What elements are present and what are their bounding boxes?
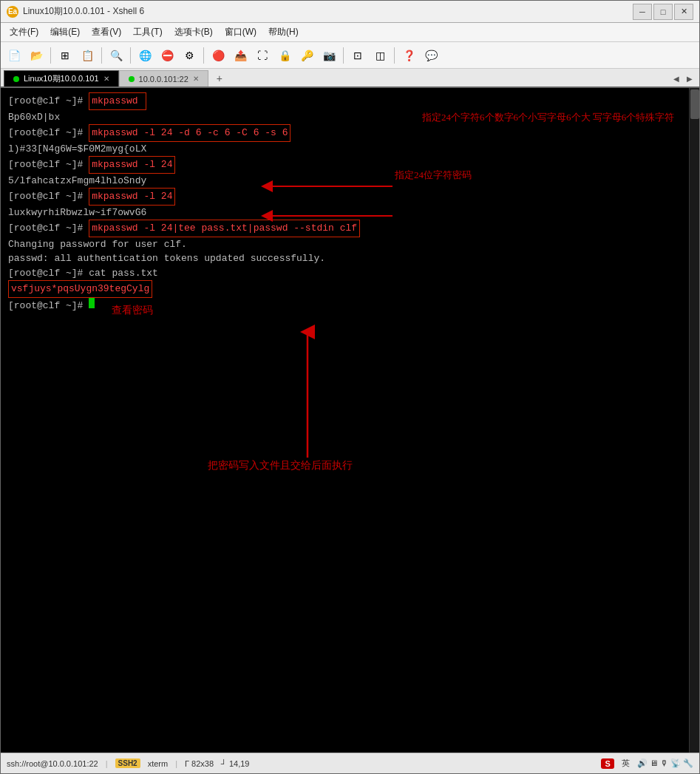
terminal-scrollbar[interactable]	[689, 88, 699, 753]
app-icon: Ea	[7, 6, 18, 18]
window-controls: ─ □ ✕	[633, 4, 693, 20]
settings-button[interactable]: ⚙	[179, 45, 200, 66]
tab-close-1[interactable]: ✕	[103, 75, 109, 83]
screenshot-button[interactable]: 📷	[319, 45, 339, 66]
tab-add-button[interactable]: +	[211, 70, 228, 86]
terminal-line-8: luxkwyrhiRbwzlw~if7owvG6	[8, 206, 682, 220]
terminal-line-2: Bp60xD|bx	[8, 110, 682, 125]
menu-window[interactable]: 窗口(W)	[219, 24, 262, 40]
open-button[interactable]: 📂	[26, 45, 47, 66]
status-lang: 英	[622, 758, 630, 769]
terminal-line-9: [root@clf ~]# mkpasswd -l 24|tee pass.tx…	[8, 220, 682, 237]
status-icons: 🔊 🖥 🎙 📡 🔧	[637, 758, 693, 768]
terminal-line-5: [root@clf ~]# mkpasswd -l 24	[8, 156, 682, 174]
terminal-wrapper: [root@clf ~]# mkpasswd Bp60xD|bx [root@c…	[1, 88, 699, 753]
chat-button[interactable]: 💬	[421, 45, 441, 66]
terminal-line-6: 5/lfahcatzxFmgm4lhloSndy	[8, 174, 682, 189]
paste-button[interactable]: 📋	[77, 45, 98, 66]
help-button[interactable]: ❓	[398, 45, 419, 66]
toolbar-sep-3	[130, 47, 131, 64]
toolbar-sep-2	[101, 47, 102, 64]
menu-view[interactable]: 查看(V)	[86, 24, 127, 40]
terminal-line-1: [root@clf ~]# mkpasswd	[8, 92, 682, 110]
terminal-line-11: passwd: all authentication tokens update…	[8, 251, 682, 266]
menu-tab[interactable]: 选项卡(B)	[169, 24, 219, 40]
status-xterm: xterm	[148, 759, 169, 768]
find-button[interactable]: 🔍	[106, 45, 126, 66]
toolbar: 📄 📂 ⊞ 📋 🔍 🌐 ⛔ ⚙ 🔴 📤 ⛶ 🔒 🔑 📷 ⊡ ◫ ❓ 💬	[1, 42, 699, 69]
terminal-line-4: l)#33[N4g6W=$F0M2myg{oLX	[8, 142, 682, 157]
terminal-line-14: [root@clf ~]#	[8, 298, 682, 313]
status-sep-2: |	[175, 759, 177, 768]
terminal-line-7: [root@clf ~]# mkpasswd -l 24	[8, 188, 682, 206]
transfer-button[interactable]: 🔴	[208, 45, 228, 66]
terminal-line-3: [root@clf ~]# mkpasswd -l 24 -d 6 -c 6 -…	[8, 124, 682, 142]
menu-file[interactable]: 文件(F)	[4, 24, 44, 40]
tab-bar: Linux10期10.0.0.101 ✕ 10.0.0.101:22 ✕ + ◀…	[1, 69, 699, 88]
status-bar: ssh://root@10.0.0.101:22 | SSH2 xterm | …	[1, 753, 699, 773]
minimize-button[interactable]: ─	[633, 4, 652, 20]
terminal-line-13: vsfjuys*pqsUygn39tegCylg	[8, 280, 682, 298]
main-window: Ea Linux10期10.0.0.101 - Xshell 6 ─ □ ✕ 文…	[0, 0, 700, 774]
tab-indicator-1	[13, 76, 19, 82]
window-title: Linux10期10.0.0.101 - Xshell 6	[23, 5, 633, 18]
menu-tools[interactable]: 工具(T)	[127, 24, 168, 40]
connect-button[interactable]: 🌐	[135, 45, 155, 66]
title-bar: Ea Linux10期10.0.0.101 - Xshell 6 ─ □ ✕	[1, 1, 699, 23]
tab-label-1: Linux10期10.0.0.101	[24, 73, 99, 84]
tab-close-2[interactable]: ✕	[193, 75, 199, 83]
terminal-line-10: Changing password for user clf.	[8, 237, 682, 252]
terminal[interactable]: [root@clf ~]# mkpasswd Bp60xD|bx [root@c…	[1, 88, 689, 753]
upload-button[interactable]: 📤	[230, 45, 251, 66]
tab-nav-next[interactable]: ▶	[683, 70, 696, 86]
tab-label-2: 10.0.0.101:22	[139, 75, 188, 84]
status-chars: ┘ 14,19	[221, 759, 249, 768]
tab-nav-prev[interactable]: ◀	[670, 70, 683, 86]
status-rows: Γ 82x38	[185, 759, 214, 768]
toolbar-sep-6	[394, 47, 395, 64]
annotation-up-arrow	[296, 325, 319, 478]
toolbar-sep-5	[343, 47, 344, 64]
menu-help[interactable]: 帮助(H)	[262, 24, 305, 40]
tab-linux10[interactable]: Linux10期10.0.0.101 ✕	[4, 70, 119, 86]
toolbar-extra-1[interactable]: ⊡	[347, 45, 368, 66]
status-sep-1: |	[106, 759, 108, 768]
lock-button[interactable]: 🔒	[274, 45, 295, 66]
toolbar-extra-2[interactable]: ◫	[370, 45, 390, 66]
new-session-button[interactable]: 📄	[4, 45, 24, 66]
scrollbar-thumb[interactable]	[690, 89, 699, 119]
terminal-cursor	[89, 298, 95, 308]
annotation-bottom-center: 把密码写入文件且交给后面执行	[208, 458, 353, 473]
disconnect-button[interactable]: ⛔	[157, 45, 177, 66]
close-button[interactable]: ✕	[674, 4, 693, 20]
status-ssh2-badge: SSH2	[115, 758, 140, 768]
toolbar-sep-4	[203, 47, 204, 64]
menu-bar: 文件(F) 编辑(E) 查看(V) 工具(T) 选项卡(B) 窗口(W) 帮助(…	[1, 23, 699, 42]
full-screen-button[interactable]: ⛶	[252, 45, 273, 66]
terminal-line-12: [root@clf ~]# cat pass.txt	[8, 266, 682, 281]
menu-edit[interactable]: 编辑(E)	[44, 24, 86, 40]
copy-button[interactable]: ⊞	[55, 45, 75, 66]
maximize-button[interactable]: □	[653, 4, 673, 20]
status-ssh-url: ssh://root@10.0.0.101:22	[7, 759, 98, 768]
status-sogou-icon: S	[601, 758, 614, 769]
tab-indicator-2	[129, 76, 135, 82]
terminal-content: [root@clf ~]# mkpasswd Bp60xD|bx [root@c…	[1, 88, 689, 317]
tab-ssh[interactable]: 10.0.0.101:22 ✕	[119, 70, 208, 86]
key-button[interactable]: 🔑	[296, 45, 317, 66]
status-ssh-url-text: ssh://root@10.0.0.101:22	[7, 759, 98, 768]
toolbar-sep-1	[50, 47, 51, 64]
